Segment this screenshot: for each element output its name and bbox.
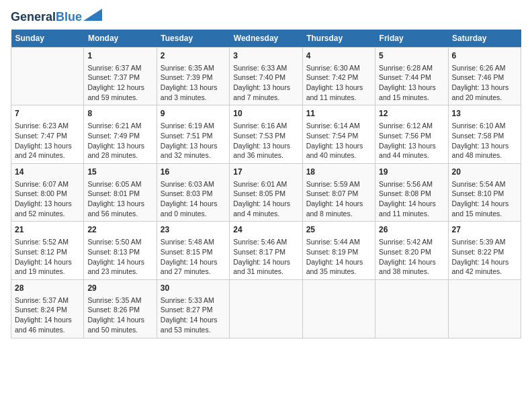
cell-content: Sunrise: 5:46 AM Sunset: 8:17 PM Dayligh… (233, 237, 298, 277)
cell-content: Sunrise: 5:50 AM Sunset: 8:13 PM Dayligh… (87, 237, 152, 277)
header-row: SundayMondayTuesdayWednesdayThursdayFrid… (11, 30, 521, 48)
cell-content: Sunrise: 6:28 AM Sunset: 7:44 PM Dayligh… (379, 63, 444, 103)
cell-content: Sunrise: 6:37 AM Sunset: 7:37 PM Dayligh… (87, 63, 152, 103)
calendar-cell: 14Sunrise: 6:07 AM Sunset: 8:00 PM Dayli… (11, 163, 84, 222)
calendar-cell: 22Sunrise: 5:50 AM Sunset: 8:13 PM Dayli… (84, 222, 157, 280)
calendar-cell: 23Sunrise: 5:48 AM Sunset: 8:15 PM Dayli… (157, 222, 229, 280)
week-row-2: 7Sunrise: 6:23 AM Sunset: 7:47 PM Daylig… (11, 105, 521, 164)
week-row-4: 21Sunrise: 5:52 AM Sunset: 8:12 PM Dayli… (11, 222, 521, 280)
calendar-cell: 26Sunrise: 5:42 AM Sunset: 8:20 PM Dayli… (375, 222, 448, 280)
calendar-cell (448, 279, 521, 338)
day-number: 21 (15, 224, 80, 236)
cell-content: Sunrise: 5:37 AM Sunset: 8:24 PM Dayligh… (15, 295, 80, 335)
logo: GeneralBlue (11, 11, 102, 24)
calendar-cell: 18Sunrise: 5:59 AM Sunset: 8:07 PM Dayli… (302, 163, 375, 222)
day-number: 23 (161, 224, 226, 236)
day-header-saturday: Saturday (448, 30, 521, 48)
calendar-cell: 9Sunrise: 6:19 AM Sunset: 7:51 PM Daylig… (157, 105, 229, 164)
calendar-cell: 29Sunrise: 5:35 AM Sunset: 8:26 PM Dayli… (84, 279, 157, 338)
cell-content: Sunrise: 5:44 AM Sunset: 8:19 PM Dayligh… (306, 237, 371, 277)
cell-content: Sunrise: 6:30 AM Sunset: 7:42 PM Dayligh… (306, 63, 371, 103)
cell-content: Sunrise: 5:35 AM Sunset: 8:26 PM Dayligh… (87, 295, 152, 335)
cell-content: Sunrise: 6:12 AM Sunset: 7:56 PM Dayligh… (379, 121, 444, 161)
calendar-cell: 3Sunrise: 6:33 AM Sunset: 7:40 PM Daylig… (230, 47, 302, 105)
calendar-cell (375, 279, 448, 338)
day-number: 28 (15, 283, 80, 294)
day-header-monday: Monday (84, 30, 157, 48)
cell-content: Sunrise: 6:23 AM Sunset: 7:47 PM Dayligh… (15, 121, 80, 161)
day-number: 17 (233, 167, 298, 178)
day-number: 10 (233, 108, 298, 120)
day-number: 7 (15, 108, 80, 120)
svg-marker-0 (83, 9, 102, 21)
day-number: 18 (306, 167, 371, 178)
day-number: 16 (161, 167, 226, 178)
calendar-cell (11, 47, 84, 105)
day-number: 22 (87, 224, 152, 236)
week-row-1: 1Sunrise: 6:37 AM Sunset: 7:37 PM Daylig… (11, 47, 521, 105)
calendar-cell: 6Sunrise: 6:26 AM Sunset: 7:46 PM Daylig… (448, 47, 521, 105)
calendar-cell (302, 279, 375, 338)
day-header-thursday: Thursday (302, 30, 375, 48)
day-number: 3 (233, 50, 298, 62)
cell-content: Sunrise: 5:48 AM Sunset: 8:15 PM Dayligh… (161, 237, 226, 277)
day-number: 12 (379, 108, 444, 120)
calendar-cell: 12Sunrise: 6:12 AM Sunset: 7:56 PM Dayli… (375, 105, 448, 164)
logo-icon (83, 9, 102, 21)
day-header-tuesday: Tuesday (157, 30, 229, 48)
week-row-5: 28Sunrise: 5:37 AM Sunset: 8:24 PM Dayli… (11, 279, 521, 338)
day-number: 13 (452, 108, 517, 120)
day-number: 4 (306, 50, 371, 62)
day-number: 2 (161, 50, 226, 62)
calendar-cell: 19Sunrise: 5:56 AM Sunset: 8:08 PM Dayli… (375, 163, 448, 222)
calendar-cell: 20Sunrise: 5:54 AM Sunset: 8:10 PM Dayli… (448, 163, 521, 222)
calendar-cell: 28Sunrise: 5:37 AM Sunset: 8:24 PM Dayli… (11, 279, 84, 338)
day-header-wednesday: Wednesday (230, 30, 302, 48)
week-row-3: 14Sunrise: 6:07 AM Sunset: 8:00 PM Dayli… (11, 163, 521, 222)
day-number: 19 (379, 167, 444, 178)
calendar-cell: 10Sunrise: 6:16 AM Sunset: 7:53 PM Dayli… (230, 105, 302, 164)
day-number: 9 (161, 108, 226, 120)
calendar-cell: 16Sunrise: 6:03 AM Sunset: 8:03 PM Dayli… (157, 163, 229, 222)
day-header-sunday: Sunday (11, 30, 84, 48)
calendar-cell: 21Sunrise: 5:52 AM Sunset: 8:12 PM Dayli… (11, 222, 84, 280)
calendar-cell: 4Sunrise: 6:30 AM Sunset: 7:42 PM Daylig… (302, 47, 375, 105)
cell-content: Sunrise: 5:42 AM Sunset: 8:20 PM Dayligh… (379, 237, 444, 277)
day-number: 14 (15, 167, 80, 178)
calendar-cell: 24Sunrise: 5:46 AM Sunset: 8:17 PM Dayli… (230, 222, 302, 280)
day-header-friday: Friday (375, 30, 448, 48)
cell-content: Sunrise: 6:21 AM Sunset: 7:49 PM Dayligh… (87, 121, 152, 161)
cell-content: Sunrise: 6:10 AM Sunset: 7:58 PM Dayligh… (452, 121, 517, 161)
day-number: 6 (452, 50, 517, 62)
calendar-cell: 7Sunrise: 6:23 AM Sunset: 7:47 PM Daylig… (11, 105, 84, 164)
cell-content: Sunrise: 6:35 AM Sunset: 7:39 PM Dayligh… (161, 63, 226, 103)
cell-content: Sunrise: 6:16 AM Sunset: 7:53 PM Dayligh… (233, 121, 298, 161)
day-number: 5 (379, 50, 444, 62)
calendar-cell: 5Sunrise: 6:28 AM Sunset: 7:44 PM Daylig… (375, 47, 448, 105)
calendar-cell: 27Sunrise: 5:39 AM Sunset: 8:22 PM Dayli… (448, 222, 521, 280)
calendar-cell: 13Sunrise: 6:10 AM Sunset: 7:58 PM Dayli… (448, 105, 521, 164)
cell-content: Sunrise: 6:07 AM Sunset: 8:00 PM Dayligh… (15, 179, 80, 219)
calendar-cell: 8Sunrise: 6:21 AM Sunset: 7:49 PM Daylig… (84, 105, 157, 164)
day-number: 24 (233, 224, 298, 236)
cell-content: Sunrise: 5:52 AM Sunset: 8:12 PM Dayligh… (15, 237, 80, 277)
cell-content: Sunrise: 5:56 AM Sunset: 8:08 PM Dayligh… (379, 179, 444, 219)
cell-content: Sunrise: 5:33 AM Sunset: 8:27 PM Dayligh… (161, 295, 226, 335)
cell-content: Sunrise: 6:33 AM Sunset: 7:40 PM Dayligh… (233, 63, 298, 103)
cell-content: Sunrise: 6:05 AM Sunset: 8:01 PM Dayligh… (87, 179, 152, 219)
calendar-cell: 2Sunrise: 6:35 AM Sunset: 7:39 PM Daylig… (157, 47, 229, 105)
calendar-cell: 30Sunrise: 5:33 AM Sunset: 8:27 PM Dayli… (157, 279, 229, 338)
day-number: 20 (452, 167, 517, 178)
calendar-cell (230, 279, 302, 338)
calendar-cell: 15Sunrise: 6:05 AM Sunset: 8:01 PM Dayli… (84, 163, 157, 222)
day-number: 27 (452, 224, 517, 236)
day-number: 15 (87, 167, 152, 178)
cell-content: Sunrise: 6:26 AM Sunset: 7:46 PM Dayligh… (452, 63, 517, 103)
calendar-cell: 1Sunrise: 6:37 AM Sunset: 7:37 PM Daylig… (84, 47, 157, 105)
day-number: 8 (87, 108, 152, 120)
day-number: 26 (379, 224, 444, 236)
cell-content: Sunrise: 6:14 AM Sunset: 7:54 PM Dayligh… (306, 121, 371, 161)
cell-content: Sunrise: 6:19 AM Sunset: 7:51 PM Dayligh… (161, 121, 226, 161)
calendar-cell: 11Sunrise: 6:14 AM Sunset: 7:54 PM Dayli… (302, 105, 375, 164)
day-number: 11 (306, 108, 371, 120)
